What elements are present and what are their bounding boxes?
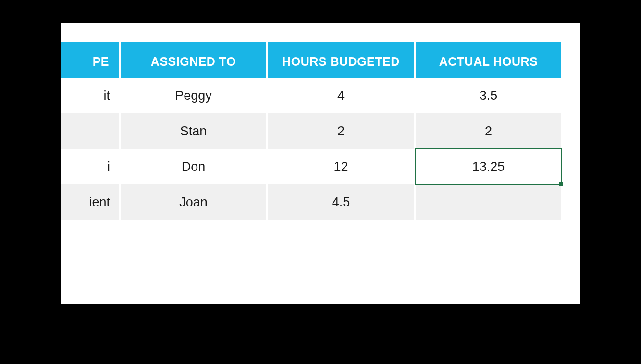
table-cell-selected[interactable]: 13.25 [416, 149, 561, 184]
table-cell[interactable] [61, 113, 119, 149]
cell-value: ient [89, 195, 110, 210]
col-header-label: PE [93, 55, 109, 69]
table-cell[interactable]: Stan [121, 113, 266, 149]
table-cell[interactable]: Peggy [121, 78, 266, 113]
table-cell[interactable]: 2 [268, 113, 414, 149]
col-header-actual-hours[interactable]: ACTUAL HOURS [416, 42, 561, 81]
cell-value: 13.25 [472, 159, 505, 174]
table-cell[interactable] [416, 184, 561, 220]
table-cell[interactable]: ient [61, 184, 119, 220]
col-header-assigned-to[interactable]: ASSIGNED TO [121, 42, 266, 81]
cell-value: Peggy [175, 88, 212, 103]
data-table: PE ASSIGNED TO HOURS BUDGETED ACTUAL HOU… [61, 42, 566, 254]
table-cell[interactable]: Joan [121, 184, 266, 220]
col-header-label: ASSIGNED TO [151, 55, 236, 69]
cell-value: Don [182, 159, 206, 174]
cell-value: i [107, 159, 110, 174]
table-cell-empty[interactable] [268, 220, 414, 247]
table-cell-empty[interactable] [416, 220, 561, 247]
table-cell[interactable]: i [61, 149, 119, 184]
spreadsheet-panel: PE ASSIGNED TO HOURS BUDGETED ACTUAL HOU… [61, 23, 580, 304]
col-header-hours-budgeted[interactable]: HOURS BUDGETED [268, 42, 414, 81]
table-cell-empty[interactable] [61, 220, 119, 247]
col-header-label: ACTUAL HOURS [439, 55, 538, 69]
table-cell[interactable]: 2 [416, 113, 561, 149]
table-cell[interactable]: 3.5 [416, 78, 561, 113]
cell-value: 2 [485, 124, 492, 139]
cell-value: Joan [179, 195, 208, 210]
cell-value: 4.5 [332, 195, 350, 210]
table-cell[interactable]: 12 [268, 149, 414, 184]
col-header-label: HOURS BUDGETED [282, 55, 400, 69]
table-cell[interactable]: Don [121, 149, 266, 184]
col-header-type[interactable]: PE [61, 42, 119, 81]
cell-value: 3.5 [480, 88, 498, 103]
cell-value: 2 [337, 124, 345, 139]
table-cell[interactable]: 4 [268, 78, 414, 113]
cell-value: 4 [337, 88, 345, 103]
table-cell[interactable]: 4.5 [268, 184, 414, 220]
cell-value: Stan [180, 124, 207, 139]
cell-value: 12 [333, 159, 348, 174]
table-cell[interactable]: it [61, 78, 119, 113]
cell-value: it [104, 88, 111, 103]
table-cell-empty[interactable] [121, 220, 266, 247]
